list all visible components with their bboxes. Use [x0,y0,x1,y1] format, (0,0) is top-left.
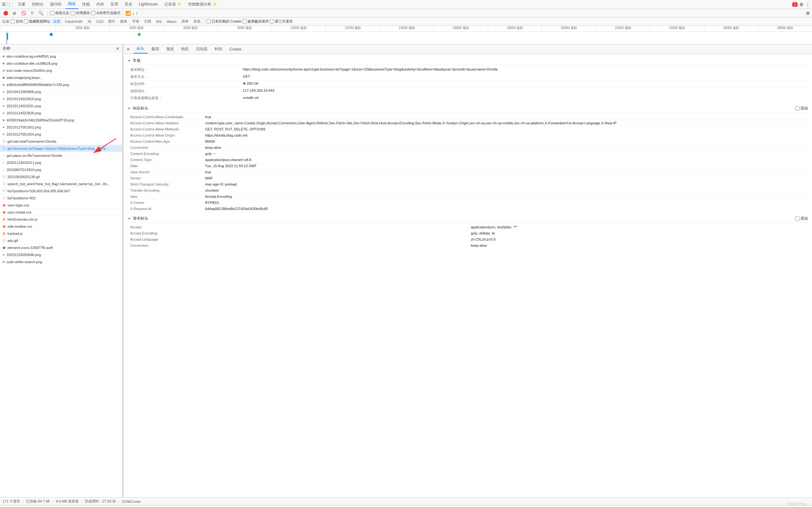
disable-cache-checkbox[interactable]: 停用缓存 [70,11,90,15]
file-item[interactable]: -- 20230607014810.png [0,166,122,173]
tab-elements[interactable]: 元素 [15,0,28,9]
preserve-log-checkbox[interactable]: 保留日志 [50,11,69,15]
stop-button[interactable]: ⊘ [11,10,18,16]
tab-initiator[interactable]: 启动器 [193,45,211,53]
resp-value-headers: content-type,user_name,Cookie,Origin,Acc… [203,120,808,126]
timeline-ruler: 2000 毫秒 4000 毫秒 6000 毫秒 8000 毫秒 10000 毫秒… [0,26,812,32]
file-item[interactable]: -- get-place-on-file?username=Dontla [0,152,122,159]
file-item[interactable]: ⬡ ads.gif [0,237,122,244]
file-item[interactable]: ● 20210114022828.png [0,110,122,117]
sep-dot3: | [81,500,82,503]
clear-button[interactable]: 🚫 [19,10,28,16]
filter-css[interactable]: CSS [94,19,106,24]
file-item[interactable]: ● 20210127051652.png [0,124,122,131]
file-item[interactable]: ● 20210127051654.png [0,131,122,138]
file-item[interactable]: ☐ list?positions=932 [0,194,122,202]
filter-fetch-xhr[interactable]: Fetch/XHR [63,19,85,24]
general-section-header[interactable]: ▼ 常规 [127,57,808,65]
tab-console[interactable]: 控制台 [29,0,46,9]
file-item[interactable]: ● 20201218055848.png [0,251,122,258]
filter-icon: ▽ [31,11,34,15]
tab-performance-insights[interactable]: 性能数据分析 ⚡ [185,0,220,9]
filter-wasm[interactable]: Wasm [165,19,178,24]
file-item[interactable]: ■ csdn-white-search.png [0,258,122,266]
selected-file-item[interactable]: ☐ get-business-list?page=1&size=20&busin… [0,145,122,152]
edit-icon[interactable]: ✏ [213,152,216,156]
right-panel-close[interactable]: ✕ [126,47,130,52]
resp-label-connection: Connection: [127,145,203,151]
watermark: ©CSDN ©Soo... [786,502,809,506]
third-party-checkbox[interactable]: 第三方请求 [270,19,292,24]
resp-value-vary: Accept-Encoding [203,193,808,200]
resources-size: 8.6 MB 项资源 [56,499,79,504]
tab-lighthouse[interactable]: Lighthouse [136,0,160,9]
timeline-marker-13: 26000 毫秒 [704,26,758,31]
response-headers-original-checkbox[interactable]: 原始 [795,106,808,111]
tab-network[interactable]: 网络 [65,0,78,9]
filter-manifest[interactable]: 清单 [179,19,191,24]
file-item[interactable]: ☐ search_hot_word?new_hot_flag=1&channel… [0,180,122,187]
filter-toolbar: 过滤 反转 隐藏数据网址 全部 Fetch/XHR JS CSS 图片 媒体 字… [0,17,812,26]
file-item[interactable]: ▣ html2canvas.min.js [0,216,122,223]
tab-response[interactable]: 响应 [178,45,192,53]
filter-js[interactable]: JS [86,19,94,24]
file-item[interactable]: ☐ list?positions=536,603,604,605,606,607 [0,187,122,194]
filter-button[interactable]: ▽ [29,10,36,16]
filter-font[interactable]: 字体 [130,19,141,24]
file-item[interactable]: ● 20210412060958.png [0,88,122,95]
file-item[interactable]: ⬡ 20210918025138.gif [0,173,122,180]
file-item[interactable]: ■ a4fb3ce6d8ff43bf9f2f6fda65e7c330.png [0,81,122,88]
tab-security[interactable]: 安全 [122,0,135,9]
search-button[interactable]: 🔍 [37,10,45,16]
file-item[interactable]: ▣ element-icons.535877f5.woff [0,244,122,251]
tab-cookie[interactable]: Cookie [226,46,245,53]
tab-recorder[interactable]: 记录器 ⚡ [162,0,184,9]
resp-row-max-age: Access-Control-Max-Age: 86400 [127,138,808,145]
file-item[interactable]: ■ skin-cookblue-title.ce38fb28.png [0,60,122,67]
filter-img[interactable]: 图片 [106,19,117,24]
record-button[interactable] [2,10,10,16]
resp-value-credentials: true [203,114,808,120]
file-item[interactable]: ■ icon-male-new.e25e6f2e.png [0,67,122,74]
tab-application[interactable]: 应用 [108,0,121,9]
tab-preview[interactable]: 预览 [163,45,177,53]
left-panel-close[interactable]: ✕ [116,46,119,51]
hide-data-checkbox[interactable]: 隐藏数据网址 [24,19,50,24]
top-more-icon[interactable]: ⋮ [806,2,810,7]
tab-timing[interactable]: 时间 [211,45,225,53]
resp-label-encoding: Content-Encoding: [127,151,203,157]
sep-dot2: | [53,500,53,503]
filter-all[interactable]: 全部 [51,19,62,24]
file-item[interactable]: ● 20210114022819.png [0,95,122,102]
file-item[interactable]: ■ data:image/png;base... [0,74,122,81]
file-item[interactable]: ▣ user-login.css [0,202,122,209]
top-settings-icon[interactable]: ⚙ [800,2,804,7]
filter-doc[interactable]: 文档 [142,19,153,24]
file-type-icon: ⬡ [3,175,5,178]
file-item[interactable]: -- 20201124032511.png [0,159,122,166]
filter-ws[interactable]: WS [154,19,164,24]
tab-performance[interactable]: 性能 [79,0,93,9]
file-item[interactable]: ☐ get-tab-total?username=Dontla [0,138,122,145]
filter-media[interactable]: 媒体 [118,19,129,24]
file-item[interactable]: ▣ trackad.js [0,230,122,237]
timeline-marker-12: 24000 毫秒 [650,26,704,31]
blocked-cookie-checkbox[interactable]: 已有拦截的 Cookie [207,19,241,24]
file-item[interactable]: ▣ user-medal.css [0,209,122,216]
file-item[interactable]: ● 20210114022831.png [0,102,122,110]
filter-other[interactable]: 其他 [192,19,202,24]
blocked-request-checkbox[interactable]: 被屏蔽的请求 [242,19,269,24]
tab-memory[interactable]: 内存 [94,0,107,9]
tab-sources[interactable]: 源代码 [47,0,64,9]
second-settings-icon[interactable]: ⚙ [806,11,810,16]
tab-headers[interactable]: 标头 [133,45,148,53]
request-headers-original-checkbox[interactable]: 原始 [795,216,808,221]
disable-throttle-checkbox[interactable]: ⊘停用节流模式 [91,11,120,15]
file-item[interactable]: ■ 4039019ab2e34b22b80ba351ebcff718.png [0,117,122,124]
file-item[interactable]: ■ skin-cookblue-bg.e44df581.png [0,53,122,60]
file-item[interactable]: ▣ side-toolbar.css [0,223,122,230]
tab-payload[interactable]: 载荷 [148,45,162,53]
request-headers-section-header[interactable]: ▼ 请求标头 原始 [127,215,808,223]
reverse-checkbox[interactable]: 反转 [11,19,23,24]
response-headers-section-header[interactable]: ▼ 响应标头 原始 [127,104,808,113]
